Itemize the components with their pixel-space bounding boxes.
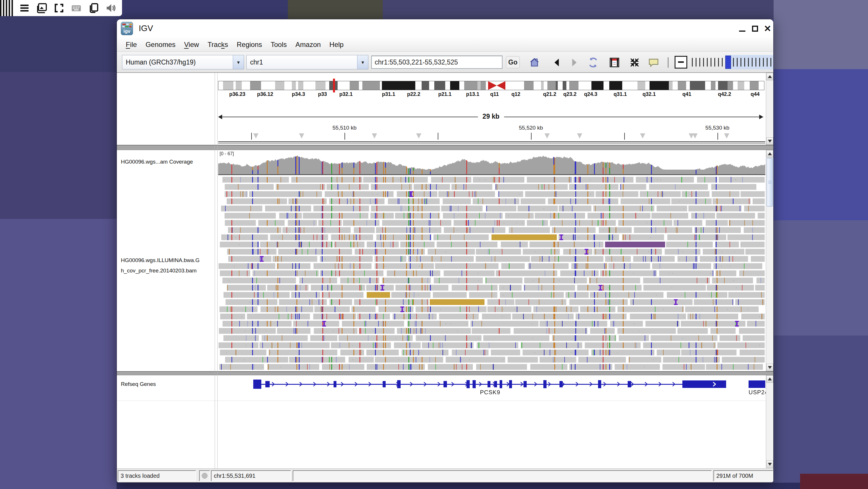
marker-triangle-icon	[577, 133, 582, 139]
forward-icon[interactable]	[567, 56, 581, 69]
cytoband	[591, 81, 603, 90]
zoom-tick	[707, 58, 708, 66]
menu-item-regions[interactable]: Regions	[237, 40, 262, 49]
span-arrowhead-right	[759, 115, 763, 119]
scroll-down-button[interactable]	[766, 364, 773, 371]
locus-input[interactable]	[371, 56, 502, 69]
span-arrowhead-left	[218, 115, 222, 119]
cytoband	[733, 81, 738, 90]
alignment-canvas[interactable]	[218, 150, 765, 371]
home-icon[interactable]	[528, 56, 541, 69]
panel-splitter[interactable]	[117, 371, 774, 375]
cytoband	[705, 81, 711, 90]
ruler-tick	[438, 133, 438, 140]
copy-icon[interactable]	[88, 2, 100, 14]
cytoband-label: p22.2	[407, 91, 420, 97]
status-tracks-loaded: 3 tracks loaded	[118, 470, 196, 481]
close-button[interactable]: ✕	[763, 25, 772, 32]
cytoband	[524, 81, 533, 90]
alignment-track-label-line2[interactable]: h_cov_pcr_free.20140203.bam	[121, 267, 196, 274]
scroll-up-button[interactable]	[766, 73, 773, 80]
panel-splitter[interactable]	[117, 145, 774, 150]
background-patch	[774, 220, 868, 336]
title-bar[interactable]: igv IGV ✕	[117, 19, 773, 38]
coverage-track-label[interactable]: HG00096.wgs...am Coverage	[121, 159, 193, 165]
cytoband	[678, 81, 686, 90]
zoom-slider-thumb[interactable]	[725, 56, 731, 69]
ruler-tick-label: 55,510 kb	[332, 125, 356, 131]
cytoband	[415, 81, 422, 90]
gene-panel: Refseq Genes PCSK9 USP24	[117, 375, 774, 468]
cytoband	[609, 81, 622, 90]
cytoband	[750, 81, 758, 90]
menu-icon[interactable]	[19, 2, 31, 14]
zoom-out-icon[interactable]	[675, 56, 687, 68]
menu-item-help[interactable]: Help	[330, 40, 344, 49]
fullscreen-icon[interactable]	[53, 2, 65, 14]
back-icon[interactable]	[550, 56, 563, 69]
cytoband-label: q32.1	[643, 91, 656, 97]
gene-canvas[interactable]	[218, 375, 765, 401]
chevron-down-icon[interactable]: ▼	[357, 55, 368, 69]
cytoband	[738, 81, 744, 90]
cytoband	[534, 81, 541, 90]
genome-select[interactable]: Human (GRCh37/hg19) ▼	[122, 55, 244, 69]
cytoband	[622, 81, 638, 90]
menu-item-file[interactable]: File	[126, 40, 137, 49]
chevron-down-icon[interactable]: ▼	[233, 55, 244, 69]
cytoband	[548, 81, 556, 90]
zoom-tick	[737, 58, 738, 66]
alignment-scrollbar[interactable]	[766, 150, 773, 371]
scroll-down-button[interactable]	[766, 137, 773, 145]
menu-item-tracks[interactable]: Tracks	[208, 40, 228, 49]
cytoband	[218, 81, 223, 90]
zoom-slider[interactable]	[691, 55, 773, 69]
cytoband-label: p13.1	[466, 91, 479, 97]
cytoband	[690, 81, 705, 90]
menu-item-amazon[interactable]: Amazon	[296, 40, 321, 49]
label-column-divider[interactable]	[215, 73, 215, 468]
tooltip-bubble-icon[interactable]	[647, 56, 660, 69]
cytoband	[544, 81, 548, 90]
maximize-button[interactable]	[751, 25, 760, 32]
ideogram-scrollbar[interactable]	[766, 73, 773, 145]
scroll-up-button[interactable]	[766, 375, 773, 383]
cytoband	[434, 81, 445, 90]
gallery-icon[interactable]	[36, 2, 48, 14]
marker-triangle-icon	[253, 133, 258, 139]
scrollbar-thumb[interactable]	[767, 158, 773, 206]
cytoband	[569, 81, 579, 90]
gene-scrollbar[interactable]	[766, 375, 773, 468]
minimize-button[interactable]	[739, 25, 747, 32]
gene-track-label[interactable]: Refseq Genes	[121, 381, 156, 387]
menu-item-view[interactable]: View	[184, 40, 199, 49]
cytoband	[718, 81, 727, 90]
ideogram-panel: p36.23p36.12p34.3p33p32.1p31.1p22.2p21.1…	[117, 73, 774, 145]
refresh-icon[interactable]	[587, 56, 600, 69]
cytoband	[296, 81, 298, 90]
alignment-track-label-line1[interactable]: HG00096.wgs.ILLUMINA.bwa.G	[121, 257, 200, 263]
speaker-icon[interactable]	[105, 2, 117, 14]
region-tool-icon[interactable]	[608, 56, 621, 69]
marker-triangle-icon	[724, 133, 729, 139]
marker-triangle-icon	[545, 133, 550, 139]
collapse-tracks-icon[interactable]	[628, 56, 641, 69]
cytoband	[650, 81, 669, 90]
menu-item-genomes[interactable]: Genomes	[146, 40, 176, 49]
scroll-down-button[interactable]	[766, 460, 773, 468]
cytoband	[669, 81, 673, 90]
menu-bar: FileGenomesViewTracksRegionsToolsAmazonH…	[117, 38, 773, 52]
marker-triangle-icon	[299, 133, 304, 139]
igv-window: igv IGV ✕ FileGenomesViewTracksRegionsTo…	[117, 19, 774, 483]
cytoband	[362, 81, 380, 90]
marker-triangle-icon	[416, 133, 421, 139]
go-button[interactable]: Go	[506, 56, 520, 68]
marker-triangle-icon	[692, 133, 698, 139]
chromosome-ideogram[interactable]	[218, 81, 765, 90]
menu-item-tools[interactable]: Tools	[271, 40, 287, 49]
cytoband	[711, 81, 715, 90]
keyboard-icon[interactable]	[70, 2, 82, 14]
chromosome-select[interactable]: chr1 ▼	[246, 55, 368, 69]
scroll-up-button[interactable]	[766, 150, 773, 157]
cytoband-label: p32.1	[339, 91, 352, 97]
